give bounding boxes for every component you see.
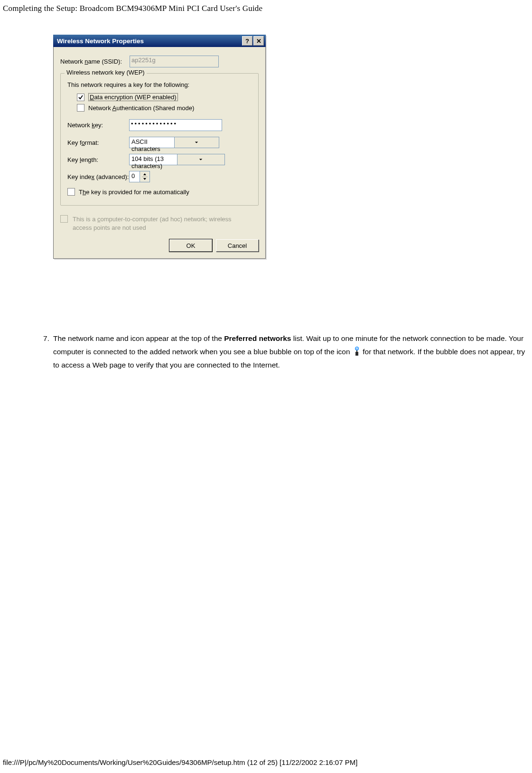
ssid-input[interactable]: ap2251g [130,56,219,67]
ssid-row: Network name (SSID): ap2251g [60,56,259,67]
dialog-title: Wireless Network Properties [57,38,144,45]
format-value: ASCII characters [130,137,174,148]
index-spinner[interactable]: 0 [129,171,150,182]
length-select[interactable]: 104 bits (13 characters) [129,154,225,165]
dialog-titlebar: Wireless Network Properties ? ✕ [53,35,266,47]
page-footer: file:///P|/pc/My%20Documents/Working/Use… [3,758,357,766]
format-label: Key format: [67,139,129,146]
key-input[interactable]: ••••••••••••• [129,119,222,131]
chevron-down-icon [177,154,225,165]
ssid-label: Network name (SSID): [60,58,130,65]
close-button[interactable]: ✕ [253,36,264,46]
key-label: Network key: [67,122,129,129]
chevron-down-icon [174,137,219,148]
wep-intro: This network requires a key for the foll… [67,81,252,88]
index-row: Key index (advanced): 0 [67,171,252,182]
format-select[interactable]: ASCII characters [129,137,219,148]
length-row: Key length: 104 bits (13 characters) [67,154,252,165]
auth-checkbox[interactable] [77,104,84,112]
instruction-step: 7. The network name and icon appear at t… [37,332,532,372]
autokey-row: The key is provided for me automatically [67,188,252,196]
key-row: Network key: ••••••••••••• [67,119,252,131]
help-button[interactable]: ? [242,36,252,46]
step-text: The network name and icon appear at the … [53,332,532,372]
encrypt-row: Data encryption (WEP enabled) [77,93,252,101]
wep-legend: Wireless network key (WEP) [65,69,147,76]
page-header: Completing the Setup: Broadcom BCM94306M… [3,4,262,13]
close-icon: ✕ [256,38,261,44]
wep-fieldset: Wireless network key (WEP) This network … [60,73,259,206]
auth-label: Network Authentication (Shared mode) [88,104,194,112]
length-value: 104 bits (13 characters) [130,154,177,165]
button-row: OK Cancel [60,239,259,252]
index-label: Key index (advanced): [67,173,129,180]
autokey-checkbox[interactable] [67,188,75,196]
encrypt-checkbox[interactable] [77,94,84,101]
adhoc-row: This is a computer-to-computer (ad hoc) … [60,215,259,232]
auth-row: Network Authentication (Shared mode) [77,104,252,112]
wireless-properties-dialog: Wireless Network Properties ? ✕ Network … [53,35,266,259]
ok-button[interactable]: OK [169,239,212,252]
format-row: Key format: ASCII characters [67,137,252,148]
adhoc-checkbox [60,215,68,223]
autokey-label: The key is provided for me automatically [79,189,189,196]
dialog-body: Network name (SSID): ap2251g Wireless ne… [53,47,266,259]
spinner-up-icon[interactable] [142,172,148,177]
wireless-bubble-icon [353,347,361,356]
index-value: 0 [130,171,140,182]
spinner-down-icon[interactable] [142,177,148,181]
encrypt-label: Data encryption (WEP enabled) [88,93,178,101]
svg-rect-0 [355,352,358,356]
svg-point-3 [356,348,357,349]
adhoc-label: This is a computer-to-computer (ad hoc) … [73,215,243,232]
length-label: Key length: [67,156,129,163]
cancel-button[interactable]: Cancel [216,239,259,252]
step-number: 7. [37,332,49,345]
